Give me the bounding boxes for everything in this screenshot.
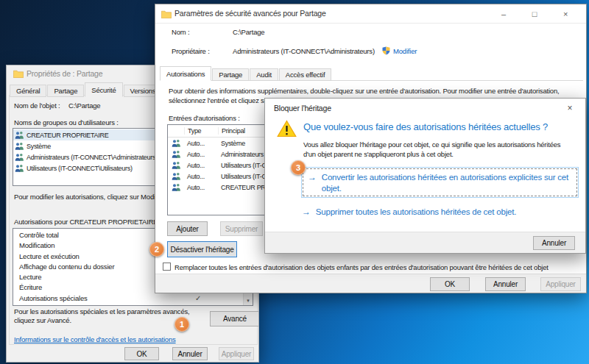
advanced-cancel-button[interactable]: Annuler <box>485 277 526 291</box>
tab-label: Général <box>16 87 40 95</box>
permission-name: Contrôle total <box>19 231 59 239</box>
advanced-dialog-title: Paramètres de sécurité avancés pour Part… <box>174 9 326 18</box>
remove-permissions-option[interactable]: → Supprimer toutes les autorisations hér… <box>302 207 516 218</box>
warning-icon <box>277 120 297 139</box>
permission-name: Lecture et exécution <box>19 252 80 260</box>
users-icon <box>168 183 184 191</box>
step-badge-2: 2 <box>149 242 164 257</box>
properties-ok-button[interactable]: OK <box>124 347 159 360</box>
type-column-header[interactable]: Type <box>184 127 218 135</box>
convert-option-label[interactable]: Convertir les autorisations héritées en … <box>322 172 572 194</box>
owner-label: Propriétaire : <box>172 47 210 55</box>
remove-button: Supprimer <box>220 221 263 236</box>
group-name: Utilisateurs (IT-CONNECT\Utilisateurs) <box>27 165 133 172</box>
block-inheritance-dialog: Bloquer l'héritage × Que voulez-vous fai… <box>264 98 586 254</box>
scroll-down-icon[interactable]: ▾ <box>244 296 253 305</box>
desktop-wallpaper: Propriétés de : Partage GénéralPartageSé… <box>0 0 589 364</box>
step-badge-1: 1 <box>174 317 189 332</box>
entry-type: Auto... <box>184 140 218 147</box>
tab-label: Partage <box>219 71 242 79</box>
close-icon[interactable]: × <box>562 101 578 115</box>
folder-icon <box>161 10 172 18</box>
group-name: CREATEUR PROPRIETAIRE <box>27 132 108 139</box>
maximize-icon[interactable]: □ <box>520 4 549 23</box>
tab-label: Audit <box>256 71 272 79</box>
arrow-icon: → <box>308 172 317 182</box>
groups-label: Noms de groupes ou d'utilisateurs : <box>14 118 119 126</box>
folder-icon <box>13 70 24 78</box>
properties-cancel-button[interactable]: Annuler <box>172 347 208 360</box>
entries-label: Entrées d'autorisations : <box>169 114 240 122</box>
permission-name: Affichage du contenu du dossier <box>19 263 114 271</box>
group-name: Système <box>27 143 51 150</box>
replace-checkbox-label: Remplacer toutes les entrées d'autorisat… <box>174 263 549 271</box>
replace-child-entries-checkbox[interactable] <box>163 263 171 271</box>
users-icon <box>15 131 24 139</box>
add-button[interactable]: Ajouter <box>167 221 208 236</box>
permission-name: Modification <box>19 241 54 249</box>
disable-inheritance-button[interactable]: Désactiver l'héritage <box>167 241 237 257</box>
owner-value: Administrateurs (IT-CONNECT\Administrate… <box>233 47 375 55</box>
advanced-tab[interactable]: Autorisations <box>160 66 211 81</box>
advanced-titlebar[interactable]: Paramètres de sécurité avancés pour Part… <box>155 4 586 24</box>
name-label: Nom : <box>172 28 189 36</box>
convert-permissions-option[interactable]: → Convertir les autorisations héritées e… <box>301 167 579 198</box>
step-badge-3: 3 <box>291 160 306 175</box>
entry-type: Auto... <box>184 173 218 180</box>
permission-name: Écriture <box>19 283 42 291</box>
minimize-icon[interactable]: – <box>489 4 518 23</box>
modify-hint: Pour modifier les autorisations, cliquez… <box>14 193 166 201</box>
tab-label: Accès effectif <box>286 71 325 79</box>
entry-type: Auto... <box>184 151 218 158</box>
tab-label: Sécurité <box>91 86 116 94</box>
permission-name: Autorisations spéciales <box>19 294 88 302</box>
users-icon <box>168 161 184 169</box>
advanced-tab[interactable]: Partage <box>212 68 249 81</box>
allow-checkmark: ✓ <box>195 294 201 302</box>
entry-type: Auto... <box>184 162 218 169</box>
permission-item: Autorisations spéciales <box>13 293 253 304</box>
name-value: C:\Partage <box>233 28 264 36</box>
properties-tab[interactable]: Général <box>10 85 46 97</box>
users-icon <box>168 139 184 147</box>
users-icon <box>15 164 24 172</box>
block-dialog-body-line2: d'un objet parent ne s'appliqueront plus… <box>303 150 454 158</box>
block-cancel-button[interactable]: Annuler <box>533 236 575 250</box>
block-dialog-question: Que voulez-vous faire des autorisations … <box>303 121 548 132</box>
tab-label: Autorisations <box>166 70 205 78</box>
properties-tab[interactable]: Partage <box>47 85 84 97</box>
advanced-apply-button: Appliquer <box>540 277 581 291</box>
group-name: Administrateurs (IT-CONNECT\Administrate… <box>27 154 158 161</box>
advanced-tab[interactable]: Accès effectif <box>279 68 332 81</box>
remove-option-label[interactable]: Supprimer toutes les autorisations hérit… <box>316 207 516 218</box>
users-icon <box>15 153 24 161</box>
properties-dialog-title: Propriétés de : Partage <box>27 69 102 78</box>
object-name-label: Nom de l'objet : <box>14 101 60 110</box>
users-icon <box>168 150 184 158</box>
uac-shield-icon <box>382 46 390 55</box>
properties-tab[interactable]: Sécurité <box>85 82 122 97</box>
advanced-ok-button[interactable]: OK <box>430 277 470 291</box>
advanced-button[interactable]: Avancé <box>210 311 259 326</box>
advanced-tab[interactable]: Audit <box>250 68 278 81</box>
users-icon <box>168 172 184 180</box>
advanced-tabs: AutorisationsPartageAuditAccès effectif <box>160 66 332 81</box>
block-dialog-body-line1: Vous allez bloquer l'héritage pour cet o… <box>303 140 560 149</box>
block-dialog-title: Bloquer l'héritage <box>274 104 331 113</box>
access-control-info-link[interactable]: Informations sur le contrôle d'accès et … <box>14 335 176 343</box>
owner-modify-link[interactable]: Modifier <box>393 47 417 55</box>
permissions-label: Autorisations pour CREATEUR PROPRIETAIRE <box>14 218 158 226</box>
close-icon[interactable]: × <box>551 4 580 23</box>
entry-type: Auto... <box>184 184 218 191</box>
object-name-value: C:\Partage <box>68 101 100 110</box>
users-icon <box>15 142 24 150</box>
arrow-icon: → <box>302 207 311 217</box>
permission-name: Lecture <box>19 273 41 281</box>
instructions-line1: Pour obtenir des informations supplément… <box>169 87 559 95</box>
tab-label: Partage <box>54 87 77 95</box>
properties-apply-button: Appliquer <box>219 347 254 360</box>
